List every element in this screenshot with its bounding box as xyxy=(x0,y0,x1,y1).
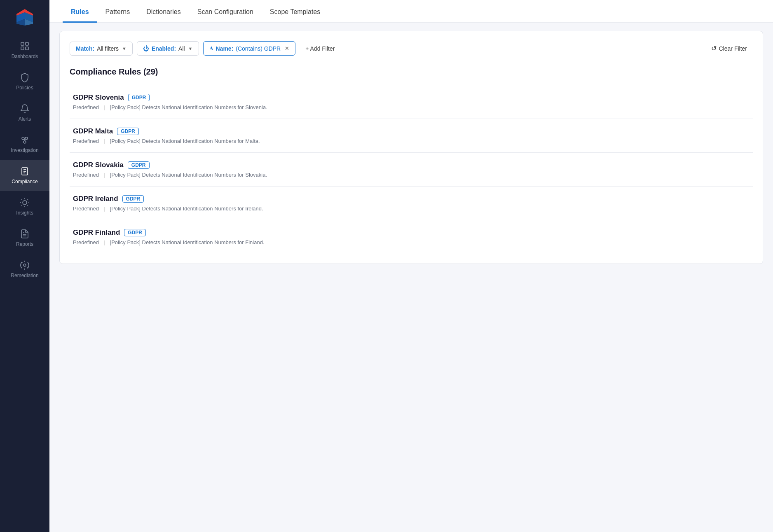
divider: | xyxy=(104,205,105,212)
tab-rules[interactable]: Rules xyxy=(63,0,97,23)
name-filter-close-icon[interactable]: ✕ xyxy=(285,45,289,51)
enabled-chevron-icon: ▼ xyxy=(188,46,193,51)
sidebar-item-dashboards[interactable]: Dashboards xyxy=(0,35,49,66)
rule-meta: Predefined | [Policy Pack] Detects Natio… xyxy=(73,104,750,110)
text-icon: 𝐀 xyxy=(209,45,213,52)
reset-icon: ↺ xyxy=(711,44,717,52)
divider: | xyxy=(104,138,105,144)
svg-line-21 xyxy=(21,199,22,200)
tab-patterns[interactable]: Patterns xyxy=(97,0,138,23)
sidebar-item-policies[interactable]: Policies xyxy=(0,66,49,97)
rule-name: GDPR Slovenia xyxy=(73,93,124,102)
content-area: Match: All filters ▼ ⏻ Enabled: All ▼ 𝐀 … xyxy=(49,23,773,532)
tab-scan-configuration[interactable]: Scan Configuration xyxy=(189,0,262,23)
rule-name: GDPR Ireland xyxy=(73,195,118,203)
name-label: Name: xyxy=(216,45,234,52)
svg-rect-7 xyxy=(21,47,24,50)
enabled-value: All xyxy=(178,45,185,52)
top-tabs: Rules Patterns Dictionaries Scan Configu… xyxy=(49,0,773,23)
svg-point-9 xyxy=(22,137,24,140)
rule-item[interactable]: GDPR Slovenia GDPR Predefined | [Policy … xyxy=(70,85,753,119)
content-card: Match: All filters ▼ ⏻ Enabled: All ▼ 𝐀 … xyxy=(59,31,763,264)
rule-tag: GDPR xyxy=(124,229,146,236)
rule-meta: Predefined | [Policy Pack] Detects Natio… xyxy=(73,239,750,245)
rule-item[interactable]: GDPR Ireland GDPR Predefined | [Policy P… xyxy=(70,186,753,220)
divider: | xyxy=(104,172,105,178)
rule-item[interactable]: GDPR Finland GDPR Predefined | [Policy P… xyxy=(70,220,753,254)
rule-name: GDPR Slovakia xyxy=(73,161,124,169)
clear-filter-button[interactable]: ↺ Clear Filter xyxy=(705,41,753,56)
rule-type: Predefined xyxy=(73,104,99,110)
sidebar-item-compliance[interactable]: Compliance xyxy=(0,160,49,191)
enabled-label: Enabled: xyxy=(152,45,176,52)
tab-dictionaries[interactable]: Dictionaries xyxy=(138,0,189,23)
rule-type: Predefined xyxy=(73,138,99,144)
svg-point-10 xyxy=(25,137,28,140)
rule-name: GDPR Finland xyxy=(73,229,120,237)
match-label: Match: xyxy=(76,45,94,52)
rule-tag: GDPR xyxy=(122,195,144,203)
app-logo xyxy=(0,0,49,35)
svg-line-26 xyxy=(27,199,28,200)
rule-meta: Predefined | [Policy Pack] Detects Natio… xyxy=(73,138,750,144)
svg-point-11 xyxy=(23,141,26,143)
add-filter-label: + Add Filter xyxy=(305,45,335,52)
svg-line-25 xyxy=(21,205,22,205)
add-filter-button[interactable]: + Add Filter xyxy=(300,42,340,55)
sidebar-item-remediation[interactable]: Remediation xyxy=(0,254,49,285)
enabled-filter[interactable]: ⏻ Enabled: All ▼ xyxy=(137,41,199,56)
rule-description: [Policy Pack] Detects National Identific… xyxy=(110,205,263,212)
svg-rect-6 xyxy=(26,42,28,45)
rule-type: Predefined xyxy=(73,172,99,178)
rule-name: GDPR Malta xyxy=(73,127,113,135)
rule-item[interactable]: GDPR Slovakia GDPR Predefined | [Policy … xyxy=(70,152,753,186)
svg-point-18 xyxy=(23,201,27,205)
match-value: All filters xyxy=(97,45,119,52)
sidebar-item-insights[interactable]: Insights xyxy=(0,191,49,222)
rule-meta: Predefined | [Policy Pack] Detects Natio… xyxy=(73,172,750,178)
sidebar-item-investigation[interactable]: Investigation xyxy=(0,128,49,160)
rule-description: [Policy Pack] Detects National Identific… xyxy=(110,138,260,144)
rule-meta: Predefined | [Policy Pack] Detects Natio… xyxy=(73,205,750,212)
sidebar-item-reports[interactable]: Reports xyxy=(0,222,49,254)
rule-description: [Policy Pack] Detects National Identific… xyxy=(110,104,267,110)
power-icon: ⏻ xyxy=(143,45,149,52)
rule-tag: GDPR xyxy=(128,94,150,101)
rule-type: Predefined xyxy=(73,205,99,212)
rule-list: GDPR Slovenia GDPR Predefined | [Policy … xyxy=(70,85,753,254)
rule-description: [Policy Pack] Detects National Identific… xyxy=(110,172,267,178)
match-chevron-icon: ▼ xyxy=(122,46,126,51)
svg-line-22 xyxy=(27,205,28,205)
rule-item[interactable]: GDPR Malta GDPR Predefined | [Policy Pac… xyxy=(70,119,753,152)
clear-filter-label: Clear Filter xyxy=(719,45,747,52)
name-value: (Contains) GDPR xyxy=(236,45,281,52)
svg-point-29 xyxy=(23,264,26,266)
sidebar: Dashboards Policies Alerts Investigation xyxy=(0,0,49,532)
filter-bar: Match: All filters ▼ ⏻ Enabled: All ▼ 𝐀 … xyxy=(70,41,753,56)
divider: | xyxy=(104,239,105,245)
rule-description: [Policy Pack] Detects National Identific… xyxy=(110,239,265,245)
divider: | xyxy=(104,104,105,110)
section-title: Compliance Rules (29) xyxy=(70,67,753,83)
main-content: Rules Patterns Dictionaries Scan Configu… xyxy=(49,0,773,532)
tab-scope-templates[interactable]: Scope Templates xyxy=(262,0,328,23)
name-filter[interactable]: 𝐀 Name: (Contains) GDPR ✕ xyxy=(203,41,296,56)
rule-tag: GDPR xyxy=(128,161,150,169)
rule-type: Predefined xyxy=(73,239,99,245)
sidebar-item-alerts[interactable]: Alerts xyxy=(0,97,49,128)
svg-rect-8 xyxy=(26,47,28,50)
rule-tag: GDPR xyxy=(117,128,139,135)
match-filter[interactable]: Match: All filters ▼ xyxy=(70,42,133,56)
svg-rect-5 xyxy=(21,42,24,45)
sidebar-nav: Dashboards Policies Alerts Investigation xyxy=(0,35,49,285)
